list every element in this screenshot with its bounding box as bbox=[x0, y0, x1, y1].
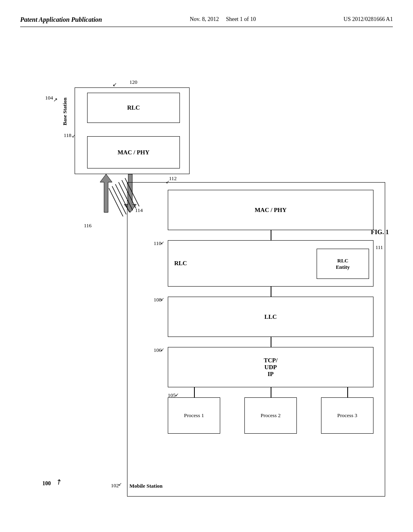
page: Patent Application Publication Nov. 8, 2… bbox=[0, 0, 413, 532]
ref-118: 118 bbox=[64, 132, 71, 139]
process-1-box: Process 1 bbox=[168, 397, 220, 434]
mac-phy-label-ms: MAC / PHY bbox=[254, 207, 286, 214]
rlc-box-bs: RLC bbox=[87, 93, 180, 123]
mobile-station-label: Mobile Station bbox=[129, 483, 163, 489]
rlc-label-bs: RLC bbox=[127, 104, 140, 111]
arrow-104-icon: ↗ bbox=[53, 97, 58, 103]
ref-111: 111 bbox=[375, 244, 383, 251]
tcp-label-1: TCP/ bbox=[264, 357, 277, 364]
mac-phy-label-bs: MAC / PHY bbox=[117, 149, 149, 156]
mac-phy-box-bs: MAC / PHY bbox=[87, 136, 180, 168]
conn-line-3 bbox=[271, 337, 271, 347]
llc-label: LLC bbox=[265, 314, 277, 320]
process-3-label: Process 3 bbox=[337, 412, 357, 419]
header-left: Patent Application Publication bbox=[20, 16, 102, 23]
conn-line-1 bbox=[271, 230, 271, 240]
conn-line-2 bbox=[271, 287, 271, 297]
ref-104: 104 bbox=[45, 95, 53, 101]
header-right: US 2012/0281666 A1 bbox=[344, 16, 393, 23]
ref-112: 112 bbox=[169, 175, 177, 182]
bracket-118: ↙ bbox=[72, 133, 75, 139]
bracket-112: ↙ bbox=[166, 179, 169, 185]
diagram-area: FIG. 1 104 ↗ Base Station 120 ↙ RLC 118 … bbox=[20, 35, 393, 511]
process-2-box: Process 2 bbox=[244, 397, 297, 434]
llc-box: LLC bbox=[168, 297, 373, 337]
tcp-label-2: UDP bbox=[265, 364, 277, 371]
rlc-entity-line2: Entity bbox=[336, 264, 350, 270]
base-station-box: 120 ↙ RLC 118 ↙ MAC / PHY bbox=[75, 87, 190, 174]
process-1-label: Process 1 bbox=[184, 412, 204, 419]
mac-phy-box-ms: MAC / PHY bbox=[168, 190, 373, 230]
rlc-box-ms: RLC RLC Entity bbox=[168, 240, 373, 287]
arrow-100-icon: ↗ bbox=[54, 477, 64, 488]
bracket-110: ↙ bbox=[161, 240, 164, 245]
process-3-box: Process 3 bbox=[321, 397, 373, 434]
tcp-label-3: IP bbox=[268, 371, 274, 378]
header-date: Nov. 8, 2012 bbox=[190, 16, 219, 22]
mobile-station-box: Mobile Station 112 ↙ MAC / PHY 110 ↙ RLC… bbox=[127, 182, 385, 497]
process-2-label: Process 2 bbox=[261, 412, 280, 419]
ref-116: 116 bbox=[84, 222, 92, 229]
header-center: Nov. 8, 2012 Sheet 1 of 10 bbox=[190, 16, 256, 23]
conn-line-p3 bbox=[347, 387, 348, 397]
bracket-102: ↙ bbox=[118, 482, 122, 487]
ref-100: 100 bbox=[42, 480, 51, 487]
bracket-105: ↙ bbox=[175, 392, 179, 397]
rlc-entity-line1: RLC bbox=[337, 258, 348, 264]
conn-line-p2 bbox=[271, 387, 271, 397]
header-sheet: Sheet 1 of 10 bbox=[226, 16, 256, 22]
ref-120: 120 bbox=[129, 79, 138, 85]
tcp-box: TCP/ UDP IP bbox=[168, 347, 373, 387]
rlc-label-ms: RLC bbox=[174, 260, 187, 267]
conn-line-p1 bbox=[194, 387, 195, 397]
ref-102: 102 bbox=[111, 482, 119, 489]
svg-line-1 bbox=[109, 188, 123, 216]
bracket-108: ↙ bbox=[161, 297, 164, 302]
svg-line-2 bbox=[112, 186, 126, 214]
svg-marker-7 bbox=[100, 174, 112, 212]
page-header: Patent Application Publication Nov. 8, 2… bbox=[20, 16, 393, 27]
bracket-106: ↙ bbox=[161, 347, 164, 352]
bracket-120: ↙ bbox=[113, 81, 117, 88]
rlc-entity-box: RLC Entity bbox=[317, 249, 369, 279]
base-station-label: Base Station bbox=[62, 98, 68, 125]
